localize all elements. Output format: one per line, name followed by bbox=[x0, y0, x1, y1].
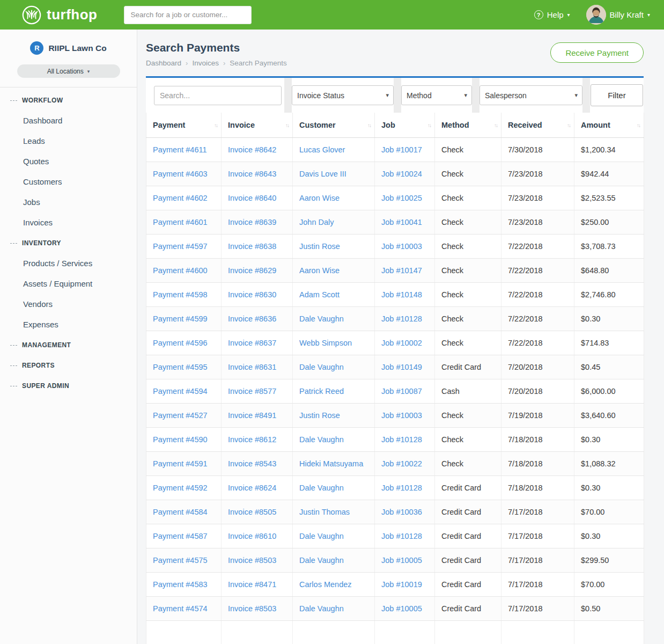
payment-link[interactable]: Payment #4583 bbox=[153, 580, 208, 589]
filter-button[interactable]: Filter bbox=[591, 84, 643, 106]
brand-logo[interactable]: turfhop bbox=[21, 5, 97, 25]
job-link[interactable]: Job #10003 bbox=[381, 411, 422, 420]
job-link[interactable]: Job #10002 bbox=[381, 339, 422, 347]
salesperson-select[interactable]: Salesperson bbox=[479, 85, 582, 105]
job-link[interactable]: Job #10041 bbox=[381, 218, 422, 226]
payment-link[interactable]: Payment #4574 bbox=[153, 604, 208, 613]
invoice-link[interactable]: Invoice #8577 bbox=[228, 387, 276, 396]
invoice-link[interactable]: Invoice #8543 bbox=[228, 459, 276, 468]
receive-payment-button[interactable]: Receive Payment bbox=[550, 42, 644, 63]
payments-search-input[interactable] bbox=[154, 86, 282, 105]
payment-link[interactable]: Payment #4575 bbox=[153, 556, 208, 565]
sidebar-item[interactable]: Jobs bbox=[0, 192, 137, 212]
payment-link[interactable]: Payment #4591 bbox=[153, 459, 208, 468]
sidebar-item[interactable]: Dashboard bbox=[0, 110, 137, 130]
invoice-link[interactable]: Invoice #8505 bbox=[228, 508, 276, 516]
invoice-link[interactable]: Invoice #8643 bbox=[228, 170, 276, 178]
customer-link[interactable]: Carlos Mendez bbox=[299, 580, 352, 589]
invoice-link[interactable]: Invoice #8503 bbox=[228, 604, 276, 613]
payment-link[interactable]: Payment #4594 bbox=[153, 387, 208, 396]
customer-link[interactable]: Justin Rose bbox=[299, 411, 340, 420]
payment-link[interactable]: Payment #4595 bbox=[153, 363, 208, 371]
job-link[interactable]: Job #10019 bbox=[381, 580, 422, 589]
company-header[interactable]: R RIIPL Lawn Co bbox=[0, 30, 137, 62]
sidebar-item[interactable]: Expenses bbox=[0, 314, 137, 334]
sidebar-section-header[interactable]: MANAGEMENT bbox=[0, 334, 137, 355]
sort-icon[interactable]: ↑↓ bbox=[427, 122, 431, 128]
sort-icon[interactable]: ↑↓ bbox=[567, 122, 570, 128]
job-link[interactable]: Job #10128 bbox=[381, 484, 422, 492]
invoice-link[interactable]: Invoice #8610 bbox=[228, 532, 276, 540]
method-select[interactable]: Method bbox=[401, 85, 472, 105]
sort-icon[interactable]: ↑↓ bbox=[637, 122, 640, 128]
customer-link[interactable]: Aaron Wise bbox=[299, 194, 340, 202]
location-selector[interactable]: All Locations ▾ bbox=[17, 64, 120, 78]
customer-link[interactable]: Aaron Wise bbox=[299, 266, 340, 275]
column-header-job[interactable]: Job↑↓ bbox=[375, 113, 435, 138]
customer-link[interactable]: Dale Vaughn bbox=[299, 484, 344, 492]
breadcrumb-dashboard[interactable]: Dashboard bbox=[146, 59, 181, 67]
invoice-link[interactable]: Invoice #8624 bbox=[228, 484, 276, 492]
job-link[interactable]: Job #10036 bbox=[381, 508, 422, 516]
help-menu[interactable]: ? Help ▾ bbox=[534, 10, 570, 19]
customer-link[interactable]: Patrick Reed bbox=[299, 387, 344, 396]
sidebar-item[interactable]: Vendors bbox=[0, 294, 137, 314]
job-link[interactable]: Job #10128 bbox=[381, 314, 422, 323]
customer-link[interactable]: Dale Vaughn bbox=[299, 314, 344, 323]
sort-icon[interactable]: ↑↓ bbox=[214, 122, 217, 128]
job-link[interactable]: Job #10149 bbox=[381, 363, 422, 371]
customer-link[interactable]: Webb Simpson bbox=[299, 339, 352, 347]
invoice-status-select[interactable]: Invoice Status bbox=[292, 85, 394, 105]
job-link[interactable]: Job #10128 bbox=[381, 435, 422, 444]
invoice-link[interactable]: Invoice #8612 bbox=[228, 435, 276, 444]
payment-link[interactable]: Payment #4597 bbox=[153, 242, 208, 251]
invoice-link[interactable]: Invoice #8631 bbox=[228, 363, 276, 371]
column-header-method[interactable]: Method↑↓ bbox=[435, 113, 501, 138]
column-header-amount[interactable]: Amount↑↓ bbox=[574, 113, 644, 138]
customer-link[interactable]: Dale Vaughn bbox=[299, 556, 344, 565]
column-header-received[interactable]: Received↑↓ bbox=[501, 113, 574, 138]
customer-link[interactable]: John Daly bbox=[299, 218, 334, 226]
sidebar-section-header[interactable]: REPORTS bbox=[0, 355, 137, 375]
job-link[interactable]: Job #10005 bbox=[381, 604, 422, 613]
payment-link[interactable]: Payment #4592 bbox=[153, 484, 208, 492]
payment-link[interactable]: Payment #4587 bbox=[153, 532, 208, 540]
payment-link[interactable]: Payment #4602 bbox=[153, 194, 208, 202]
sort-icon[interactable]: ↑↓ bbox=[367, 122, 371, 128]
column-header-payment[interactable]: Payment↑↓ bbox=[146, 113, 222, 138]
job-link[interactable]: Job #10148 bbox=[381, 290, 422, 299]
job-link[interactable]: Job #10147 bbox=[381, 266, 422, 275]
invoice-link[interactable]: Invoice #8471 bbox=[228, 580, 276, 589]
payment-link[interactable]: Payment #4590 bbox=[153, 435, 208, 444]
invoice-link[interactable]: Invoice #8638 bbox=[228, 242, 276, 251]
sidebar-item[interactable]: Customers bbox=[0, 171, 137, 192]
invoice-link[interactable]: Invoice #8629 bbox=[228, 266, 276, 275]
job-link[interactable]: Job #10025 bbox=[381, 194, 422, 202]
payment-link[interactable]: Payment #4584 bbox=[153, 508, 208, 516]
job-link[interactable]: Job #10087 bbox=[381, 387, 422, 396]
sort-icon[interactable]: ↑↓ bbox=[285, 122, 289, 128]
invoice-link[interactable]: Invoice #8630 bbox=[228, 290, 276, 299]
customer-link[interactable]: Dale Vaughn bbox=[299, 604, 344, 613]
job-link[interactable]: Job #10005 bbox=[381, 556, 422, 565]
payment-link[interactable]: Payment #4598 bbox=[153, 290, 208, 299]
customer-link[interactable]: Davis Love III bbox=[299, 170, 346, 178]
job-link[interactable]: Job #10024 bbox=[381, 170, 422, 178]
customer-link[interactable]: Justin Rose bbox=[299, 242, 340, 251]
job-link[interactable]: Job #10128 bbox=[381, 532, 422, 540]
user-menu[interactable]: Billy Kraft ▾ bbox=[586, 5, 650, 25]
job-link[interactable]: Job #10022 bbox=[381, 459, 422, 468]
sidebar-section-header[interactable]: INVENTORY bbox=[0, 232, 137, 253]
invoice-link[interactable]: Invoice #8491 bbox=[228, 411, 276, 420]
payment-link[interactable]: Payment #4611 bbox=[153, 145, 207, 154]
invoice-link[interactable]: Invoice #8639 bbox=[228, 218, 276, 226]
invoice-link[interactable]: Invoice #8503 bbox=[228, 556, 276, 565]
job-link[interactable]: Job #10017 bbox=[381, 145, 422, 154]
sidebar-item[interactable]: Invoices bbox=[0, 212, 137, 232]
payment-link[interactable]: Payment #4603 bbox=[153, 170, 208, 178]
customer-link[interactable]: Lucas Glover bbox=[299, 145, 345, 154]
sidebar-item[interactable]: Quotes bbox=[0, 151, 137, 171]
invoice-link[interactable]: Invoice #8637 bbox=[228, 339, 276, 347]
invoice-link[interactable]: Invoice #8640 bbox=[228, 194, 276, 202]
invoice-link[interactable]: Invoice #8636 bbox=[228, 314, 276, 323]
